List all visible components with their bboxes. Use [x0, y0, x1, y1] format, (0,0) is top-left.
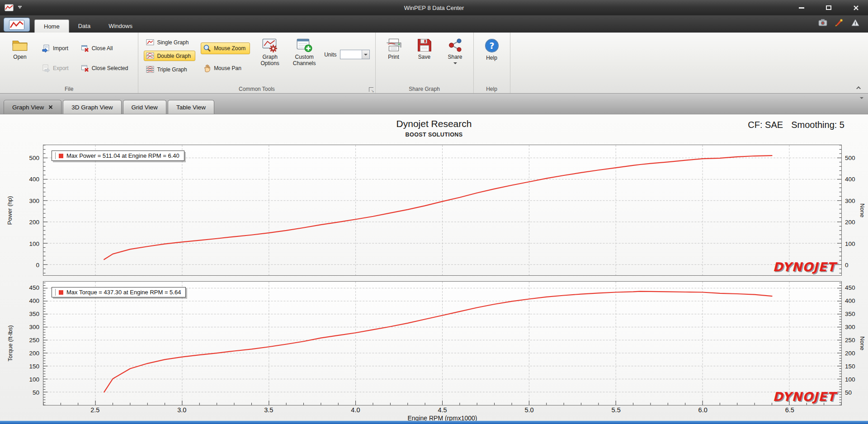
- help-group-label: Help: [474, 86, 510, 92]
- mouse-zoom-button[interactable]: Mouse Zoom: [201, 42, 250, 54]
- single-graph-button[interactable]: Single Graph: [144, 37, 195, 47]
- export-button: Export: [40, 62, 73, 74]
- svg-text:?: ?: [489, 41, 494, 51]
- legend-grip-icon: [54, 152, 56, 159]
- torque-chart: Torque (ft-lbs) 501001502002503003504004…: [0, 281, 868, 405]
- chevron-up-icon: [856, 86, 861, 90]
- ribbon-group-file: Open Import Export: [0, 33, 138, 93]
- share-dropdown-icon[interactable]: [453, 62, 457, 66]
- help-button[interactable]: ? Help: [479, 35, 505, 61]
- ribbon-tab-home[interactable]: Home: [34, 19, 69, 33]
- close-icon: [853, 5, 859, 11]
- chevron-down-icon: [362, 50, 369, 59]
- minimize-button[interactable]: [796, 3, 807, 13]
- tab-overflow-icon[interactable]: [860, 99, 863, 107]
- export-icon: [42, 64, 50, 72]
- close-button[interactable]: [850, 3, 862, 13]
- save-button[interactable]: Save: [412, 35, 437, 61]
- common-tools-group-label: Common Tools: [138, 86, 375, 92]
- x-axis-ticks: 2.53.03.54.04.55.05.56.06.5: [0, 406, 868, 415]
- minimize-icon: [799, 7, 804, 9]
- print-icon: [386, 38, 402, 52]
- units-dropdown[interactable]: [340, 50, 370, 59]
- tab-3d-graph-view-label: 3D Graph View: [71, 104, 113, 111]
- help-label: Help: [486, 55, 497, 61]
- tab-table-view[interactable]: Table View: [168, 100, 214, 114]
- double-graph-label: Double Graph: [157, 53, 191, 59]
- smoothing-value: Smoothing: 5: [791, 120, 844, 130]
- units-label: Units: [324, 52, 336, 58]
- close-all-icon: [81, 44, 89, 52]
- app-icon[interactable]: [5, 4, 14, 11]
- custom-channels-icon: [296, 38, 312, 52]
- print-button[interactable]: Print: [381, 35, 406, 61]
- open-button[interactable]: Open: [5, 35, 34, 61]
- ribbon-tab-bar: Home Data Windows: [0, 15, 868, 33]
- mouse-zoom-icon: [203, 44, 211, 52]
- torque-plot[interactable]: Max Torque = 437.30 at Engine RPM = 5.64…: [43, 281, 842, 405]
- graph-view-panel: Dynojet Research BOOST SOLUTIONS CF: SAE…: [0, 114, 868, 424]
- quick-access-dropdown-icon[interactable]: [18, 6, 22, 10]
- series-swatch-icon: [59, 290, 63, 295]
- torque-axis-label: Torque (ft-lbs): [3, 281, 17, 405]
- share-graph-group-label: Share Graph: [376, 86, 473, 92]
- custom-channels-button[interactable]: Custom Channels: [290, 35, 319, 67]
- dynojet-logo: DYNOJET: [773, 260, 836, 274]
- ribbon-tab-windows[interactable]: Windows: [99, 19, 142, 33]
- maximize-button[interactable]: [823, 3, 835, 13]
- ribbon-group-common-tools: Single Graph Double Graph: [138, 33, 375, 93]
- torque-legend[interactable]: Max Torque = 437.30 at Engine RPM = 5.64: [52, 287, 186, 297]
- brush-icon[interactable]: [835, 19, 844, 27]
- winpep-logo-icon: [9, 20, 24, 30]
- share-icon: [448, 38, 463, 52]
- power-right-axis-label: None: [857, 145, 868, 276]
- open-label: Open: [13, 54, 26, 61]
- triple-graph-button[interactable]: Triple Graph: [144, 64, 195, 75]
- double-graph-button[interactable]: Double Graph: [144, 51, 195, 61]
- document-tab-bar: Graph View 3D Graph View Grid View Table…: [0, 94, 868, 114]
- save-label: Save: [418, 54, 430, 61]
- alert-icon[interactable]: [851, 19, 860, 27]
- ribbon: Open Import Export: [0, 33, 868, 94]
- collapse-ribbon-button[interactable]: [855, 85, 863, 90]
- tab-graph-view-label: Graph View: [12, 104, 44, 111]
- open-folder-icon: [12, 38, 28, 52]
- taskbar-strip: [0, 421, 868, 424]
- help-icon: ?: [484, 38, 500, 53]
- share-label: Share: [448, 54, 462, 61]
- custom-channels-label: Custom Channels: [290, 54, 319, 67]
- single-graph-icon: [146, 39, 154, 46]
- import-icon: [42, 44, 50, 52]
- mouse-pan-button[interactable]: Mouse Pan: [201, 62, 250, 74]
- chart-title: Dynojet Research: [0, 118, 868, 129]
- graph-options-icon: [262, 38, 278, 52]
- single-graph-label: Single Graph: [157, 39, 189, 46]
- power-axis-ticks: 0100200300400500: [18, 145, 41, 276]
- close-all-button[interactable]: Close All: [79, 42, 133, 54]
- ribbon-group-share-graph: Print Save Share Share Graph: [376, 33, 474, 93]
- mouse-pan-label: Mouse Pan: [214, 65, 241, 71]
- ribbon-tab-data[interactable]: Data: [69, 19, 99, 33]
- graph-options-label: Graph Options: [255, 54, 284, 67]
- tab-graph-view[interactable]: Graph View: [4, 100, 61, 114]
- print-label: Print: [388, 54, 399, 61]
- file-group-label: File: [0, 86, 138, 92]
- power-plot[interactable]: Max Power = 511.04 at Engine RPM = 6.40 …: [43, 145, 842, 276]
- power-legend-text: Max Power = 511.04 at Engine RPM = 6.40: [66, 152, 179, 159]
- torque-legend-text: Max Torque = 437.30 at Engine RPM = 5.64: [66, 289, 181, 296]
- power-legend[interactable]: Max Power = 511.04 at Engine RPM = 6.40: [52, 151, 184, 161]
- graph-options-button[interactable]: Graph Options: [255, 35, 284, 67]
- share-button[interactable]: Share: [443, 35, 468, 66]
- tab-grid-view[interactable]: Grid View: [123, 100, 166, 114]
- triple-graph-icon: [146, 66, 154, 73]
- mouse-pan-icon: [203, 64, 211, 72]
- close-tab-icon[interactable]: [48, 105, 53, 109]
- close-selected-button[interactable]: Close Selected: [79, 62, 133, 74]
- capture-icon[interactable]: [818, 19, 827, 27]
- power-plot-canvas: [43, 145, 841, 275]
- application-button[interactable]: [4, 18, 30, 32]
- power-chart: Power (hp) 0100200300400500 Max Power = …: [0, 145, 868, 276]
- import-button[interactable]: Import: [40, 42, 73, 54]
- tab-3d-graph-view[interactable]: 3D Graph View: [63, 100, 121, 114]
- window-title: WinPEP 8 Data Center: [0, 5, 868, 11]
